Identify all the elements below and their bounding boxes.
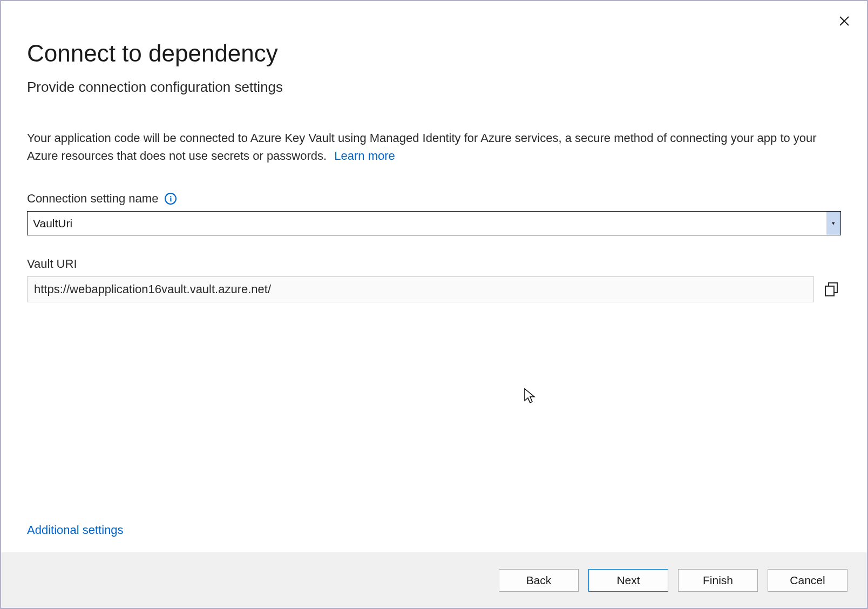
svg-rect-3	[825, 286, 834, 296]
back-button[interactable]: Back	[499, 569, 579, 592]
vault-uri-label: Vault URI	[27, 257, 77, 271]
copy-icon	[823, 281, 839, 299]
dialog-title: Connect to dependency	[27, 40, 841, 67]
connection-setting-dropdown[interactable]: ▾	[826, 212, 840, 235]
info-icon[interactable]: i	[165, 193, 177, 205]
connection-setting-combo: ▾	[27, 211, 841, 235]
vault-uri-input[interactable]	[27, 276, 814, 302]
connect-dependency-dialog: Connect to dependency Provide connection…	[0, 0, 868, 609]
connection-setting-label: Connection setting name	[27, 192, 158, 206]
additional-settings-link[interactable]: Additional settings	[27, 523, 124, 537]
dialog-footer: Back Next Finish Cancel	[1, 552, 867, 608]
finish-button[interactable]: Finish	[678, 569, 758, 592]
vault-uri-row	[27, 276, 841, 302]
copy-button[interactable]	[822, 280, 841, 299]
dialog-description: Your application code will be connected …	[27, 129, 841, 165]
cancel-button[interactable]: Cancel	[768, 569, 847, 592]
learn-more-link[interactable]: Learn more	[334, 149, 395, 163]
connection-setting-label-row: Connection setting name i	[27, 192, 841, 206]
description-text: Your application code will be connected …	[27, 131, 817, 163]
vault-uri-label-row: Vault URI	[27, 257, 841, 271]
close-button[interactable]	[837, 14, 852, 29]
close-icon	[839, 15, 850, 29]
connection-setting-input[interactable]	[27, 211, 841, 235]
next-button[interactable]: Next	[588, 569, 668, 592]
dialog-subtitle: Provide connection configuration setting…	[27, 79, 841, 96]
dialog-content: Connect to dependency Provide connection…	[1, 1, 867, 552]
chevron-down-icon: ▾	[832, 220, 835, 227]
